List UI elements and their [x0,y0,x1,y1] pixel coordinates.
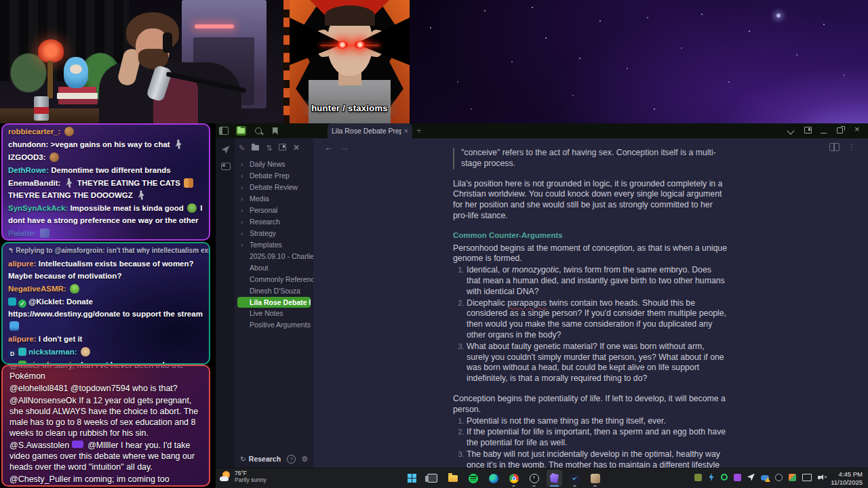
volume-muted-icon[interactable]: × [818,474,827,481]
chat-message: Dnickstarman: [3,346,209,358]
tab-title: Lila Rose Debate Prep [332,127,401,135]
taskbar-clock[interactable]: 4:45 PM 11/10/2025 [831,470,863,487]
file-explorer-toolbar: ✎ ⇅ [239,142,309,153]
tree-folder-media[interactable]: ›Media [235,193,313,205]
windows-logo-icon [408,474,416,483]
display-tray-icon[interactable] [802,474,812,481]
verified-badge: ✓ [18,300,26,308]
tab-dropdown-button[interactable] [788,127,793,135]
tree-file-lila-rose-debate-prep-selected[interactable]: Lila Rose Debate Prep [237,297,311,308]
tree-file-live-notes[interactable]: Live Notes [235,308,313,319]
reading-view-icon[interactable] [829,143,840,151]
obsidian-window: Lila Rose Debate Prep × + × ✎ ⇅ [216,123,868,468]
task-view-icon [427,474,437,483]
weather-condition: Partly sunny [235,476,267,483]
new-folder-button[interactable] [252,144,259,152]
guest-glowing-eye-left [337,41,348,49]
wave-emote [9,321,19,331]
expand-button[interactable] [279,144,286,152]
photos-button[interactable] [587,470,603,487]
chat-message: alipure: Intellectualism exists because … [3,258,209,282]
canvas-button[interactable] [220,161,231,171]
list-item: What about faulty genetic material? If o… [467,342,727,384]
chat-message: alipure: I don't get it [3,333,209,345]
alien-emote [70,284,79,293]
dancer-emote [136,190,146,200]
tree-folder-personal[interactable]: ›Personal [235,205,313,216]
files-tab-button[interactable] [236,126,246,136]
new-tab-button[interactable]: + [416,126,422,135]
tree-folder-research[interactable]: ›Research [235,216,313,228]
back-button[interactable]: ← [324,142,340,152]
telegram-tray-icon[interactable] [747,474,755,481]
minimize-button[interactable] [821,127,827,135]
tree-file-positive-arguments[interactable]: Positive Arguments [235,319,313,331]
file-tree: ›Daily News ›Debate Prep ›Debate Review … [235,159,313,331]
file-explorer-pane: ✎ ⇅ ›Daily News ›Debate Prep ›Debate Rev… [235,138,313,468]
obs-ring-tray-icon[interactable] [721,474,728,481]
tree-file-about[interactable]: About [235,262,313,274]
paragraph: Lila's position here is not grounded in … [453,179,727,222]
counter-arguments-list: Identical, or monozygotic, twins form fr… [453,265,727,384]
obsidian-button[interactable] [547,470,562,487]
vault-status-bar: ↻ Research ? ⚙ [235,453,313,465]
sort-button[interactable]: ⇅ [266,144,272,152]
purple-app-tray-icon[interactable] [734,474,741,481]
sync-icon[interactable]: ↻ [240,455,246,463]
chat-message: NegativeASMR: [3,283,209,295]
list-item: Potential is not the same thing as the t… [467,416,727,427]
host-webcam [0,0,290,123]
clock-app-button[interactable] [526,470,542,487]
search-tab-button[interactable] [253,126,263,136]
toggle-left-sidebar-button[interactable] [218,126,229,136]
tree-file-commonly-referenced[interactable]: Commonly Referenced ... [235,274,313,285]
file-explorer-button[interactable] [445,470,460,487]
document-content: "conceive" refers to the act of having s… [453,148,727,468]
tree-file-dinesh-dsouza[interactable]: Dinesh D'Souza [235,285,313,297]
more-options-button[interactable]: ⋮ [848,142,856,152]
tree-folder-strategy[interactable]: ›Strategy [235,228,313,239]
blockquote: "conceive" refers to the act of having s… [453,148,727,169]
list-item: Identical, or monozygotic, twins form fr… [467,265,727,297]
help-button[interactable]: ? [287,455,296,464]
member-badge [72,441,83,448]
messaging-app-button[interactable] [567,470,583,487]
chat-message: @Mllller im sorry, man I've never been i… [3,365,209,382]
weather-widget[interactable]: 76°F Partly sunny [220,470,267,483]
taskbar-apps [404,470,603,487]
tree-folder-debate-review[interactable]: ›Debate Review [235,182,313,193]
restore-button[interactable] [837,127,843,135]
quick-switcher-button[interactable] [220,145,231,155]
editor-pane[interactable]: ←→ ⋮ "conceive" refers to the act of hav… [313,138,868,468]
screenshot-tray-icon[interactable] [789,474,796,481]
forward-button[interactable]: → [340,142,355,152]
clock-icon [530,474,539,483]
settings-button[interactable]: ⚙ [301,455,308,464]
steam-tray-icon[interactable] [775,474,783,481]
layout-button[interactable] [804,127,812,135]
edge-button[interactable] [486,470,501,487]
chrome-button[interactable] [506,470,521,487]
sub-badge [18,348,26,356]
tree-folder-daily-news[interactable]: ›Daily News [235,159,313,170]
chat-message: DethRowe: Demontime two different brands [3,164,209,176]
collapse-all-button[interactable] [293,144,299,152]
lightning-tray-icon[interactable] [708,473,715,481]
tab-lila-rose-debate-prep[interactable]: Lila Rose Debate Prep × [328,123,412,138]
onedrive-warning-tray-icon[interactable] [761,475,769,481]
bookmarks-tab-button[interactable] [270,126,280,136]
new-note-button[interactable]: ✎ [239,144,245,152]
close-window-button[interactable]: × [854,125,860,134]
tab-close-button[interactable]: × [401,127,408,135]
tree-folder-templates[interactable]: ›Templates [235,239,313,251]
chat-message: EnemaBandit: THEYRE EATING THE CATS THEY… [3,177,209,201]
vault-name[interactable]: Research [249,455,287,463]
start-button[interactable] [404,470,420,487]
gpu-tray-icon[interactable] [694,474,702,481]
cam-book [58,99,98,104]
tree-folder-debate-prep[interactable]: ›Debate Prep [235,170,313,182]
spotify-button[interactable] [465,470,481,487]
edge-icon [489,474,498,483]
task-view-button[interactable] [425,470,440,487]
tree-file-charlie-kirk[interactable]: 2025.09.10 - Charlie Kir... [235,251,313,262]
